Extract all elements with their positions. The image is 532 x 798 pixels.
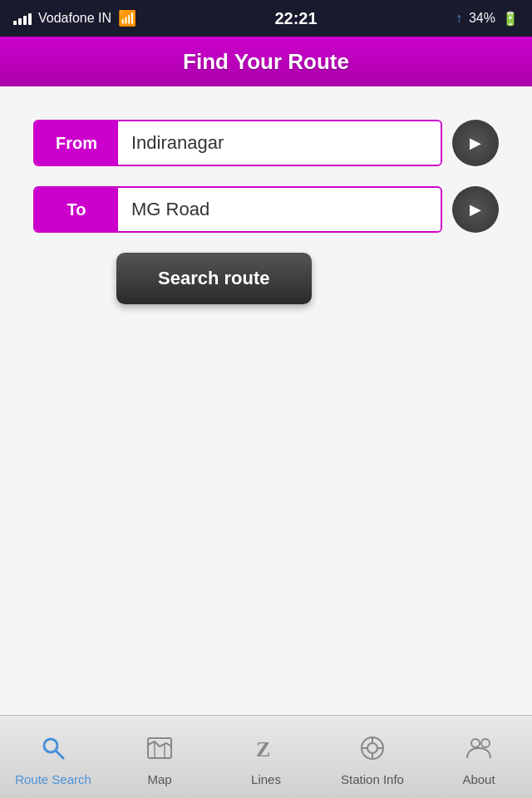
svg-point-14 xyxy=(367,743,377,753)
signal-bar-4 xyxy=(28,13,32,25)
from-label: From xyxy=(35,121,118,165)
battery-icon: 🔋 xyxy=(502,11,519,27)
tab-lines[interactable]: Z Lines xyxy=(213,716,319,798)
search-route-button[interactable]: Search route xyxy=(116,253,312,304)
map-icon xyxy=(146,735,173,767)
main-content: From To Search route xyxy=(0,86,532,715)
svg-rect-9 xyxy=(148,738,171,758)
from-input[interactable] xyxy=(118,121,441,165)
to-arrow-button[interactable] xyxy=(452,186,499,233)
tab-lines-label: Lines xyxy=(251,772,281,786)
tab-map-label: Map xyxy=(147,772,171,786)
svg-point-20 xyxy=(481,739,490,747)
tab-bar: Route Search Map Z Lines xyxy=(0,715,532,798)
app-header: Find Your Route xyxy=(0,37,532,86)
status-bar: Vodafone IN 📶 22:21 ↑ 34% 🔋 xyxy=(0,0,532,37)
tab-about-label: About xyxy=(462,772,495,786)
tab-station-info[interactable]: Station Info xyxy=(319,716,426,798)
svg-text:Z: Z xyxy=(256,737,270,761)
about-icon xyxy=(466,735,492,767)
svg-line-8 xyxy=(56,751,63,758)
tab-station-info-label: Station Info xyxy=(341,772,404,786)
status-right: ↑ 34% 🔋 xyxy=(456,11,519,27)
svg-point-19 xyxy=(471,739,480,747)
signal-bar-2 xyxy=(18,18,22,25)
lines-icon: Z xyxy=(253,735,279,767)
from-input-wrapper: From xyxy=(33,120,442,166)
battery-label: 34% xyxy=(469,11,495,26)
signal-bars xyxy=(13,12,32,25)
tab-map[interactable]: Map xyxy=(106,716,213,798)
signal-bar-1 xyxy=(13,21,17,25)
page-title: Find Your Route xyxy=(183,49,349,75)
route-search-icon xyxy=(40,735,66,767)
station-icon xyxy=(359,735,386,767)
status-left: Vodafone IN 📶 xyxy=(13,9,136,27)
to-row: To xyxy=(33,186,499,233)
to-label: To xyxy=(35,188,118,231)
to-input-wrapper: To xyxy=(33,186,442,233)
tab-route-search[interactable]: Route Search xyxy=(0,716,106,798)
to-input[interactable] xyxy=(118,188,441,231)
location-icon: ↑ xyxy=(456,11,462,26)
wifi-icon: 📶 xyxy=(118,9,136,27)
from-arrow-button[interactable] xyxy=(452,120,499,166)
from-row: From xyxy=(33,120,499,166)
signal-bar-3 xyxy=(23,16,27,25)
carrier-label: Vodafone IN xyxy=(38,11,111,26)
time-label: 22:21 xyxy=(274,9,317,28)
tab-about[interactable]: About xyxy=(426,716,532,798)
tab-route-search-label: Route Search xyxy=(15,772,91,786)
